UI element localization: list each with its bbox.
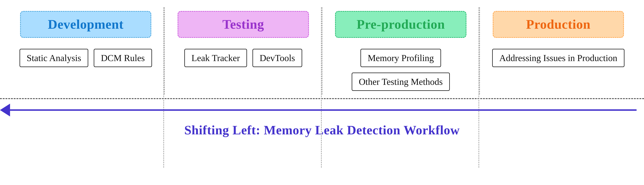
item-leak-tracker: Leak Tracker xyxy=(184,49,247,67)
column-testing: TestingLeak TrackerDevTools xyxy=(165,7,322,94)
main-container: DevelopmentStatic AnalysisDCM RulesTesti… xyxy=(0,0,644,185)
bottom-label: Shifting Left: Memory Leak Detection Wor… xyxy=(0,123,644,138)
column-production: ProductionAddressing Issues in Productio… xyxy=(480,7,637,94)
item-other-testing-methods: Other Testing Methods xyxy=(352,72,450,91)
horizontal-divider xyxy=(0,98,644,99)
phase-header-preproduction: Pre-production xyxy=(335,11,466,38)
item-devtools: DevTools xyxy=(252,49,302,67)
phase-header-testing: Testing xyxy=(178,11,309,38)
columns-row: DevelopmentStatic AnalysisDCM RulesTesti… xyxy=(0,0,644,94)
item-memory-profiling: Memory Profiling xyxy=(360,49,441,67)
arrow-line xyxy=(7,109,637,111)
items-row-preproduction: Memory ProfilingOther Testing Methods xyxy=(328,49,474,91)
items-row-production: Addressing Issues in Production xyxy=(492,49,624,67)
column-development: DevelopmentStatic AnalysisDCM Rules xyxy=(7,7,165,94)
arrow-container xyxy=(7,103,637,117)
item-static-analysis: Static Analysis xyxy=(20,49,88,67)
column-preproduction: Pre-productionMemory ProfilingOther Test… xyxy=(322,7,480,94)
items-row-testing: Leak TrackerDevTools xyxy=(184,49,302,67)
item-addressing-issues-in-production: Addressing Issues in Production xyxy=(492,49,624,67)
phase-header-development: Development xyxy=(20,11,151,38)
item-dcm-rules: DCM Rules xyxy=(94,49,152,67)
phase-header-production: Production xyxy=(493,11,624,38)
items-row-development: Static AnalysisDCM Rules xyxy=(20,49,152,67)
